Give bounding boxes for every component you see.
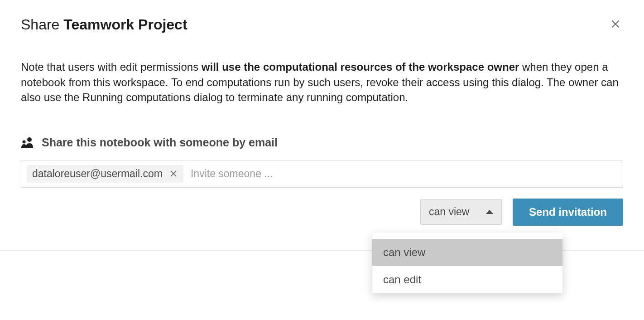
invite-email-input[interactable] bbox=[191, 168, 617, 180]
dropdown-option-can-view[interactable]: can view bbox=[372, 239, 562, 266]
description-bold: will use the computational resources of … bbox=[202, 61, 519, 73]
permission-selected-label: can view bbox=[429, 206, 469, 218]
description-part1: Note that users with edit permissions bbox=[21, 61, 202, 73]
svg-point-2 bbox=[27, 137, 32, 142]
dropdown-option-can-edit[interactable]: can edit bbox=[372, 266, 562, 293]
permission-dropdown-button[interactable]: can view bbox=[420, 199, 502, 225]
caret-up-icon bbox=[486, 210, 493, 214]
remove-icon bbox=[169, 169, 178, 178]
email-chip: dataloreuser@usermail.com bbox=[27, 165, 183, 183]
permission-dropdown-menu: can view can edit bbox=[372, 233, 562, 293]
share-section-header: Share this notebook with someone by emai… bbox=[21, 136, 623, 149]
dialog-title: Share Teamwork Project bbox=[21, 16, 187, 33]
chip-remove-button[interactable] bbox=[169, 169, 178, 178]
dialog-header: Share Teamwork Project bbox=[21, 16, 623, 33]
title-prefix: Share bbox=[21, 16, 63, 33]
close-button[interactable] bbox=[608, 16, 623, 32]
share-dialog: Share Teamwork Project Note that users w… bbox=[0, 0, 644, 226]
chip-email-text: dataloreuser@usermail.com bbox=[32, 168, 163, 180]
share-section-label: Share this notebook with someone by emai… bbox=[42, 136, 278, 149]
send-invitation-button[interactable]: Send invitation bbox=[513, 199, 623, 226]
title-project-name: Teamwork Project bbox=[63, 16, 187, 33]
dialog-description: Note that users with edit permissions wi… bbox=[21, 59, 623, 105]
actions-row: can view Send invitation can view can ed… bbox=[21, 199, 623, 226]
people-icon bbox=[21, 137, 34, 148]
close-icon bbox=[610, 18, 621, 30]
email-input-container[interactable]: dataloreuser@usermail.com bbox=[21, 160, 623, 188]
svg-point-3 bbox=[23, 140, 26, 143]
